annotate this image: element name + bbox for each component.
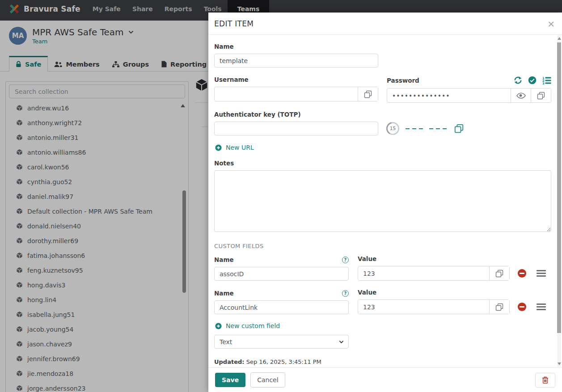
check-circle-icon [528, 76, 537, 84]
custom-fields-header: CUSTOM FIELDS [214, 243, 551, 249]
svg-text:15: 15 [390, 126, 396, 131]
new-custom-field-link[interactable]: New custom field [215, 322, 280, 329]
custom-field-name-input[interactable] [214, 267, 349, 281]
eye-icon [516, 93, 526, 99]
modal-body: Name Username Password [208, 35, 562, 367]
custom-value-label: Value [358, 255, 510, 262]
plus-circle-icon [215, 323, 222, 329]
copy-password-button[interactable] [531, 89, 551, 102]
username-input[interactable] [215, 87, 358, 101]
copy-field-value-button[interactable] [489, 266, 509, 280]
modal-header: EDIT ITEM × [208, 13, 562, 35]
totp-input[interactable] [214, 122, 378, 135]
help-icon[interactable]: ? [342, 257, 349, 263]
custom-value-label: Value [358, 289, 510, 296]
scroll-up-arrow[interactable] [558, 37, 561, 40]
close-icon[interactable]: × [547, 19, 555, 28]
copy-icon [537, 92, 545, 100]
custom-field-row: Name ? Value [214, 255, 551, 281]
custom-name-label: Name [214, 256, 234, 263]
username-label: Username [214, 76, 378, 83]
notes-label: Notes [214, 160, 551, 167]
copy-icon [454, 124, 464, 133]
edit-item-modal: EDIT ITEM × Name Username Password [208, 13, 562, 392]
toggle-password-visibility-button[interactable] [511, 89, 531, 102]
copy-icon [364, 90, 372, 98]
password-label: Password [387, 77, 419, 84]
remove-field-button[interactable] [518, 303, 526, 311]
cancel-button[interactable]: Cancel [250, 372, 285, 388]
numbered-list-icon: 123 [542, 76, 551, 84]
copy-icon [495, 270, 503, 278]
generate-password-button[interactable] [514, 76, 522, 84]
modal-scrollbar[interactable] [557, 35, 561, 367]
totp-code [406, 128, 449, 129]
copy-username-button[interactable] [358, 87, 378, 101]
refresh-icon [514, 76, 522, 84]
copy-totp-button[interactable] [454, 124, 464, 133]
delete-item-button[interactable] [535, 373, 555, 388]
notes-textarea[interactable] [214, 170, 551, 232]
custom-field-row: Name ? Value [214, 289, 551, 314]
drag-handle-icon[interactable] [537, 270, 546, 277]
help-icon[interactable]: ? [342, 290, 349, 297]
chevron-down-icon [339, 340, 344, 344]
copy-icon [495, 303, 503, 311]
plus-circle-icon [215, 144, 222, 151]
trash-icon [542, 376, 549, 384]
custom-field-name-input[interactable] [214, 300, 349, 314]
modal-footer: Save Cancel [208, 367, 562, 392]
password-input[interactable] [387, 89, 511, 102]
totp-countdown: 15 [386, 122, 400, 135]
custom-field-value-input[interactable] [358, 300, 489, 314]
remove-field-button[interactable] [518, 269, 526, 278]
custom-name-label: Name [214, 290, 234, 297]
custom-field-value-input[interactable] [358, 266, 489, 280]
drag-handle-icon[interactable] [537, 303, 546, 310]
name-label: Name [214, 43, 378, 50]
name-input[interactable] [214, 54, 378, 67]
check-password-button[interactable] [528, 76, 537, 84]
svg-text:3: 3 [542, 81, 545, 84]
scroll-down-arrow[interactable] [558, 362, 561, 365]
totp-label: Authenticator key (TOTP) [214, 111, 551, 118]
new-url-link[interactable]: New URL [215, 144, 254, 151]
modal-title: EDIT ITEM [214, 19, 254, 28]
updated-timestamp: Updated: Sep 16, 2025, 3:45:11 PM [214, 358, 551, 365]
copy-field-value-button[interactable] [489, 300, 509, 314]
password-history-button[interactable]: 123 [542, 76, 551, 84]
save-button[interactable]: Save [215, 373, 245, 387]
modal-scrollbar-thumb[interactable] [557, 42, 561, 333]
field-type-select[interactable]: Text [214, 335, 349, 349]
